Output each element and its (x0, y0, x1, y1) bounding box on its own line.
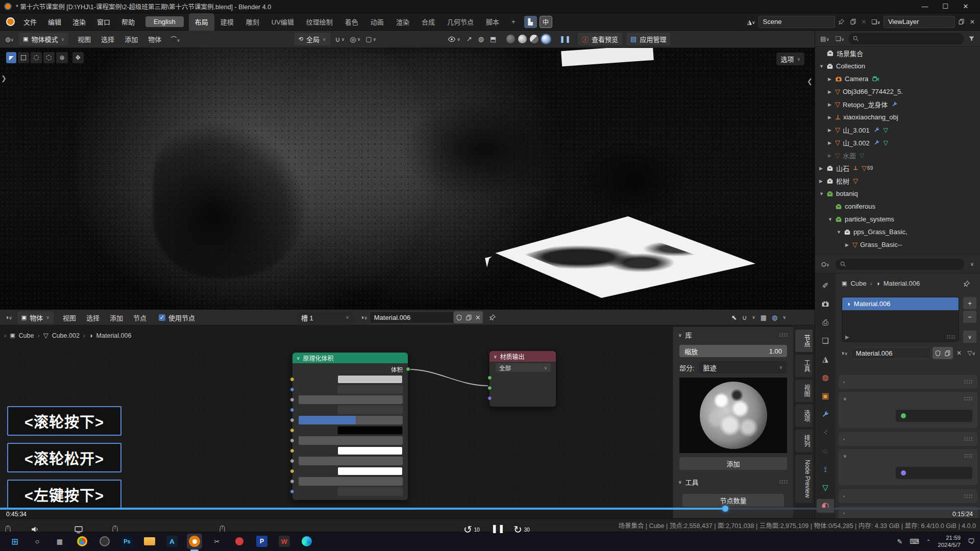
preview-button[interactable]: ⓘ 查看预览 (578, 33, 622, 45)
forward-button[interactable]: ↻30 (513, 523, 530, 536)
panel-grip[interactable] (964, 437, 973, 441)
material-output-node[interactable]: ∨材质输出 全部∨ (489, 350, 556, 407)
delete-viewlayer-icon[interactable]: ✕ (968, 18, 977, 26)
disclosure-down-icon[interactable]: ▼ (837, 230, 844, 235)
workspace-tab-1[interactable]: 建模 (214, 13, 240, 31)
slider-2[interactable] (299, 395, 403, 404)
volume-output-socket[interactable] (406, 367, 410, 371)
properties-type-icon[interactable]: ⛭∨ (819, 261, 831, 268)
properties-tab-scene[interactable]: ◮ (817, 352, 834, 366)
principled-volume-node[interactable]: ∨原理化体积 体积 (292, 352, 408, 500)
shader-menu-3[interactable]: 节点 (128, 313, 152, 322)
app-manage-button[interactable]: ▤ 应用管理 (626, 33, 670, 45)
sidebar-tab-3[interactable]: 选项 (795, 405, 813, 427)
property-socket-field[interactable] (896, 467, 972, 479)
taskbar-icon-blender[interactable] (187, 534, 202, 549)
disclosure-right-icon[interactable]: ▶ (828, 77, 835, 82)
slot-specials-button[interactable]: ∨ (963, 331, 976, 343)
taskbar-icon-photoshop[interactable]: Ps (119, 534, 135, 549)
taskbar-icon-app-cut[interactable]: ✂ (209, 534, 225, 549)
slot-list-expand-icon[interactable]: ▶ (845, 334, 849, 340)
workspace-tab-11[interactable]: + (505, 13, 522, 31)
outliner-item-label[interactable]: botaniq (836, 190, 858, 197)
outliner-item-label[interactable]: Grass_Basic-- (860, 241, 902, 248)
panel-grip[interactable] (964, 454, 973, 458)
outliner-item-label[interactable]: particle_systems (845, 215, 894, 223)
blue-socket[interactable] (290, 408, 295, 412)
tool-select-box-button[interactable] (18, 52, 29, 63)
input-socket[interactable] (487, 375, 492, 380)
menu-2[interactable]: 渲染 (67, 13, 91, 31)
copy-viewlayer-icon[interactable] (956, 18, 967, 25)
properties-tab-viewlayer[interactable]: ❏ (817, 334, 834, 347)
disclosure-right-icon[interactable]: ▶ (828, 153, 835, 158)
viewlayer-selector[interactable]: ViewLayer (884, 16, 955, 28)
panel-header-3[interactable]: ∨ (839, 449, 977, 463)
panel-grip[interactable] (779, 333, 788, 337)
visibility-icon[interactable] (448, 35, 456, 43)
display-icon[interactable] (74, 525, 83, 534)
attribute-field[interactable] (337, 385, 403, 394)
node-header[interactable]: ∨材质输出 (489, 351, 556, 362)
menu-3[interactable]: 窗口 (91, 13, 116, 31)
copy-scene-icon[interactable] (848, 18, 859, 25)
taskbar-icon-edge[interactable] (299, 534, 314, 549)
disclosure-down-icon[interactable]: ▼ (819, 191, 826, 196)
outliner-item-label[interactable]: 松树 (836, 176, 849, 186)
pin-icon[interactable] (836, 18, 847, 25)
outliner-row[interactable]: ▶山石⊥▽69 (815, 162, 980, 174)
outliner-item-label[interactable]: pps_Grass_Basic, (853, 228, 908, 236)
slider-10[interactable] (299, 477, 403, 486)
properties-tab-output[interactable]: ⎙ (817, 315, 834, 329)
props-breadcrumb-object[interactable]: Cube (850, 280, 866, 287)
taskbar-icon-app-p[interactable]: P (254, 534, 270, 549)
outliner-item-label[interactable]: 水面 (843, 151, 856, 160)
yellow-socket[interactable] (290, 448, 295, 453)
outliner-type-icon[interactable]: ▤∨ (818, 35, 831, 42)
maximize-button[interactable]: ☐ (935, 0, 955, 13)
blender-app-icon[interactable] (6, 17, 15, 26)
scene-selector[interactable]: Scene (758, 16, 835, 28)
add-button[interactable]: 添加 (679, 457, 787, 470)
attribute-field[interactable] (337, 406, 403, 414)
pause-button[interactable]: ❚❚ (559, 35, 571, 43)
taskbar-icon-app-dark[interactable] (97, 534, 112, 549)
disclosure-down-icon[interactable]: ▼ (828, 217, 835, 222)
outliner-row[interactable]: ▼particle_systems (815, 213, 980, 226)
sidebar-tab-2[interactable]: 视图 (795, 380, 813, 402)
taskbar-icon-taskview[interactable]: ▦ (52, 534, 67, 549)
add-slot-button[interactable]: + (963, 297, 976, 309)
taskbar-icon-app-w[interactable]: W (277, 534, 292, 549)
panel-header-0[interactable]: › (839, 375, 977, 389)
copy-material-icon[interactable] (944, 350, 951, 357)
gray-socket[interactable] (290, 397, 295, 402)
proportional-icon[interactable]: ◎ (350, 35, 356, 43)
video-progress-handle[interactable] (722, 506, 728, 512)
viewport-options-button[interactable]: 选项∨ (776, 53, 804, 65)
notification-icon[interactable]: 🗨 (968, 537, 975, 545)
outliner-item-label[interactable]: 山_3.002 (843, 138, 870, 147)
outliner-row[interactable]: ▶▽山_3.002▽ (815, 136, 980, 149)
tool-select-lasso-button[interactable] (43, 52, 55, 63)
properties-tab-particles[interactable]: ⁖ (817, 425, 834, 439)
tool-tweak-button[interactable]: ◤ (6, 52, 16, 63)
workspace-tab-9[interactable]: 几何节点 (441, 13, 480, 31)
properties-tab-render[interactable] (817, 297, 834, 311)
tray-expand-icon[interactable]: ⌃ (926, 539, 930, 544)
gray-socket[interactable] (290, 479, 295, 484)
connected-input-socket[interactable] (487, 386, 492, 390)
yellow-socket[interactable] (290, 377, 295, 382)
delete-scene-icon[interactable]: ✕ (860, 18, 869, 26)
disclosure-right-icon[interactable]: ▶ (828, 128, 835, 133)
use-nodes-toggle[interactable]: ✓ 使用节点 (159, 313, 195, 322)
shader-menu-0[interactable]: 视图 (58, 313, 81, 322)
copy-material-icon[interactable] (465, 314, 472, 321)
outliner-row[interactable]: ▼botaniq (815, 187, 980, 200)
unlink-icon[interactable]: ✕ (954, 349, 964, 357)
sidebar-tab-5[interactable]: Node Preview (795, 455, 813, 503)
tool-falloff-icon[interactable]: ⌒∨ (168, 35, 182, 43)
touch-keyboard-icon[interactable]: ⌨ (910, 538, 919, 545)
outliner-row[interactable]: ▶▽Retopo_龙身体 (815, 98, 980, 111)
menu-4[interactable]: 帮助 (116, 13, 140, 31)
snap-magnet-icon[interactable]: ∪ (335, 35, 340, 43)
